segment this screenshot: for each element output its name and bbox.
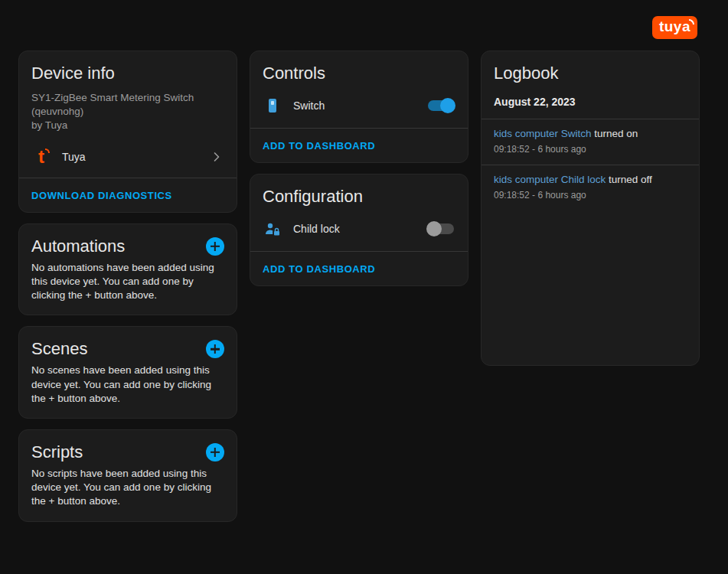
scenes-header: Scenes (19, 327, 237, 364)
scripts-empty-text: No scripts have been added using this de… (19, 467, 237, 521)
device-manufacturer: by Tuya (31, 119, 224, 132)
scenes-title: Scenes (31, 339, 87, 359)
switch-entity-row: Switch (250, 91, 468, 128)
controls-title: Controls (250, 51, 468, 91)
right-column: Logbook August 22, 2023 kids computer Sw… (481, 51, 700, 366)
scenes-card: Scenes No scenes have been added using t… (18, 326, 237, 419)
device-name: SY1-ZigBee Smart Metering Switch (qeuvno… (31, 91, 224, 119)
logbook-entry: kids computer Child lock turned off 09:1… (482, 165, 699, 210)
tuya-signal-arc-icon (689, 19, 694, 24)
child-lock-label: Child lock (293, 223, 416, 235)
switch-toggle[interactable] (426, 97, 455, 114)
logbook-entry: kids computer Switch turned on 09:18:52 … (482, 119, 699, 165)
scripts-title: Scripts (31, 442, 83, 462)
configuration-title: Configuration (250, 174, 468, 214)
child-lock-icon (263, 219, 282, 239)
tuya-logo-text: tuya (659, 18, 690, 34)
download-diagnostics-button[interactable]: DOWNLOAD DIAGNOSTICS (31, 190, 172, 201)
controls-actions: ADD TO DASHBOARD (250, 128, 468, 162)
logbook-card: Logbook August 22, 2023 kids computer Sw… (481, 51, 700, 366)
integration-label: Tuya (62, 151, 198, 163)
middle-column: Controls Switch ADD TO DASHBOARD (250, 51, 468, 286)
configuration-actions: ADD TO DASHBOARD (250, 251, 468, 285)
tuya-logo[interactable]: tuya (652, 16, 697, 39)
scripts-header: Scripts (19, 430, 237, 467)
tuya-integration-icon: t (31, 148, 51, 165)
switch-icon (263, 96, 282, 116)
controls-card: Controls Switch ADD TO DASHBOARD (250, 51, 468, 163)
top-bar: tuya (0, 0, 728, 44)
device-info-card: Device info SY1-ZigBee Smart Metering Sw… (18, 51, 237, 213)
logbook-entry-time: 09:18:52 - 6 hours ago (494, 143, 687, 156)
switch-label: Switch (293, 99, 416, 112)
automations-card: Automations No automations have been add… (18, 223, 237, 316)
logbook-entity-link[interactable]: kids computer Child lock (494, 174, 606, 185)
device-info-actions: DOWNLOAD DIAGNOSTICS (19, 178, 237, 212)
automations-header: Automations (19, 224, 237, 261)
chevron-right-icon (209, 149, 224, 165)
automations-title: Automations (31, 236, 125, 256)
add-automation-button[interactable] (206, 237, 224, 256)
device-info-title: Device info (19, 51, 237, 91)
logbook-date: August 22, 2023 (482, 91, 699, 119)
device-meta: SY1-ZigBee Smart Metering Switch (qeuvno… (19, 91, 237, 133)
child-lock-toggle[interactable] (426, 220, 455, 237)
logbook-title: Logbook (482, 51, 699, 91)
integration-row[interactable]: t Tuya (19, 133, 237, 178)
automations-empty-text: No automations have been added using thi… (19, 261, 237, 315)
content-columns: Device info SY1-ZigBee Smart Metering Sw… (0, 44, 728, 522)
child-lock-toggle-thumb (426, 221, 442, 236)
add-script-button[interactable] (206, 443, 224, 461)
switch-toggle-thumb (440, 98, 455, 113)
logbook-message-rest: turned off (606, 174, 652, 185)
scenes-empty-text: No scenes have been added using this dev… (19, 364, 237, 418)
configuration-card: Configuration Child lock ADD TO (250, 174, 468, 286)
logbook-entry-time: 09:18:52 - 6 hours ago (494, 189, 687, 202)
left-column: Device info SY1-ZigBee Smart Metering Sw… (18, 51, 237, 522)
controls-add-to-dashboard-button[interactable]: ADD TO DASHBOARD (263, 140, 375, 152)
logbook-entry-message: kids computer Switch turned on (494, 127, 687, 142)
scripts-card: Scripts No scripts have been added using… (18, 429, 237, 522)
logbook-entry-message: kids computer Child lock turned off (494, 173, 687, 188)
logbook-message-rest: turned on (592, 128, 638, 139)
logbook-entity-link[interactable]: kids computer Switch (494, 128, 592, 139)
configuration-add-to-dashboard-button[interactable]: ADD TO DASHBOARD (263, 263, 375, 275)
child-lock-entity-row: Child lock (250, 214, 468, 251)
add-scene-button[interactable] (206, 340, 224, 358)
